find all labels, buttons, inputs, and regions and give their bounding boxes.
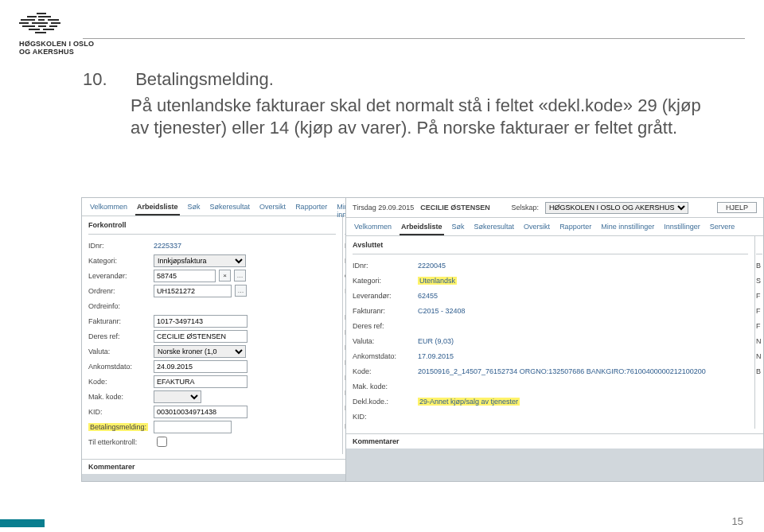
- value-idnr: 2225337: [154, 242, 181, 250]
- r-label-valuta: Valuta:: [353, 337, 415, 345]
- svg-rect-8: [51, 22, 60, 24]
- top-rule: [83, 38, 745, 39]
- input-betalingsmelding[interactable]: [154, 421, 232, 433]
- svg-rect-1: [27, 16, 37, 17]
- body-text-block: 10. Betalingsmelding. På utenlandske fak…: [83, 68, 716, 140]
- select-makkode[interactable]: [154, 390, 201, 403]
- r-label-fakturanr: Fakturanr:: [353, 307, 415, 315]
- label-fakturanr: Fakturanr:: [88, 317, 150, 325]
- tab-velkommen[interactable]: Velkommen: [88, 201, 129, 216]
- input-leverandor[interactable]: [154, 270, 216, 282]
- label-valuta: Valuta:: [88, 348, 150, 355]
- clip-label: F: [756, 307, 762, 315]
- input-kid[interactable]: [154, 406, 248, 418]
- brand-logo: HØGSKOLEN I OSLO OG AKERSHUS: [19, 13, 94, 56]
- label-kategori: Kategori:: [88, 257, 150, 265]
- r-value-kode: 20150916_2_14507_76152734 ORGNO:13250768…: [418, 367, 706, 375]
- select-valuta[interactable]: Norske kroner (1,0: [154, 345, 246, 358]
- label-makkode: Mak. kode:: [88, 393, 150, 401]
- svg-rect-10: [38, 25, 46, 27]
- r-label-kategori: Kategori:: [353, 277, 415, 285]
- clip-label: F: [756, 292, 762, 300]
- label-tiletter: Til etterkontroll:: [88, 438, 150, 446]
- lookup-icon[interactable]: …: [235, 285, 247, 297]
- r-value-leverandor: 62455: [418, 292, 438, 300]
- select-kategori[interactable]: Innkjøpsfaktura: [154, 254, 246, 267]
- page-number: 15: [732, 515, 743, 527]
- topbar-right: Tirsdag 29.09.2015 CECILIE ØSTENSEN Sels…: [346, 198, 763, 218]
- svg-rect-11: [49, 25, 57, 27]
- tab-velkommen[interactable]: Velkommen: [353, 221, 393, 235]
- svg-rect-14: [35, 32, 46, 33]
- svg-rect-0: [37, 13, 46, 14]
- input-ankomst[interactable]: [154, 360, 248, 373]
- comments-title-left: Kommentarer: [82, 460, 364, 474]
- section-avsluttet: Avsluttet: [353, 241, 748, 249]
- help-button[interactable]: HJELP: [717, 202, 757, 213]
- tab-mineinnst[interactable]: Mine innstillinger: [599, 221, 656, 235]
- clip-label: S: [756, 277, 762, 285]
- tabs-right: Velkommen Arbeidsliste Søk Søkeresultat …: [346, 218, 763, 236]
- tab-oversikt[interactable]: Oversikt: [522, 221, 552, 235]
- checkbox-tiletter[interactable]: [157, 437, 167, 447]
- list-number: 10.: [83, 68, 131, 91]
- input-kode[interactable]: [154, 375, 248, 388]
- label-betalingsmelding: Betalingsmelding:: [88, 423, 150, 431]
- list-paragraph: På utenlandske fakturaer skal det normal…: [131, 95, 701, 138]
- screenshot-area: Velkommen Arbeidsliste Søk Søkeresultat …: [81, 197, 764, 505]
- r-value-fakturanr: C2015 - 32408: [418, 307, 466, 315]
- topbar-user: CECILIE ØSTENSEN: [420, 204, 490, 212]
- r-label-deklkode: Dekl.kode.:: [353, 398, 415, 406]
- svg-rect-12: [29, 29, 40, 30]
- r-value-deklkode: 29-Annet kjøp/salg av tjenester: [418, 398, 520, 406]
- tab-oversikt[interactable]: Oversikt: [258, 201, 287, 216]
- label-kode: Kode:: [88, 378, 150, 386]
- grey-strip-right: [346, 449, 763, 482]
- lookup-icon[interactable]: …: [234, 270, 246, 282]
- svg-rect-9: [22, 25, 35, 27]
- tab-servere[interactable]: Servere: [708, 221, 737, 235]
- svg-rect-7: [32, 22, 48, 24]
- label-ankomst: Ankomstdato:: [88, 363, 150, 371]
- topbar-selskap-label: Selskap:: [511, 204, 539, 212]
- r-value-idnr: 2220045: [418, 262, 446, 270]
- tab-sok[interactable]: Søk: [186, 201, 202, 216]
- tab-sok[interactable]: Søk: [450, 221, 466, 235]
- r-label-makkode: Mak. kode:: [353, 382, 415, 390]
- input-ordrenr[interactable]: [154, 285, 232, 297]
- r-label-idnr: IDnr:: [353, 262, 415, 270]
- tab-arbeidsliste[interactable]: Arbeidsliste: [135, 201, 180, 216]
- label-idnr: IDnr:: [88, 242, 150, 250]
- accent-bar: [0, 519, 45, 527]
- r-label-kode: Kode:: [353, 367, 415, 375]
- section-forkontroll: Forkontroll: [88, 221, 336, 229]
- select-selskap[interactable]: HØGSKOLEN I OSLO OG AKERSHUS (P): [545, 202, 688, 214]
- r-value-valuta: EUR (9,03): [418, 337, 454, 345]
- logo-icon: [19, 13, 94, 35]
- comments-title-right: Kommentarer: [346, 434, 763, 449]
- tab-sokeresultat[interactable]: Søkeresultat: [209, 201, 252, 216]
- r-label-kid: KID:: [353, 413, 415, 421]
- svg-rect-5: [48, 19, 59, 21]
- r-value-ankomst: 17.09.2015: [418, 352, 454, 360]
- logo-text-line1: HØGSKOLEN I OSLO: [19, 40, 94, 48]
- tab-rapporter[interactable]: Rapporter: [558, 221, 593, 235]
- svg-rect-6: [19, 22, 29, 24]
- tab-sokeresultat[interactable]: Søkeresultat: [473, 221, 516, 235]
- tab-arbeidsliste[interactable]: Arbeidsliste: [400, 221, 444, 235]
- tab-rapporter[interactable]: Rapporter: [294, 201, 329, 216]
- tab-innstillinger[interactable]: Innstillinger: [662, 221, 702, 235]
- label-deresref: Deres ref:: [88, 332, 150, 340]
- clip-label: F: [756, 322, 762, 330]
- svg-rect-13: [43, 29, 54, 30]
- input-deresref[interactable]: [154, 330, 248, 343]
- clip-label: N: [756, 352, 762, 360]
- r-value-kategori: Utenlandsk: [418, 277, 457, 285]
- r-label-ankomst: Ankomstdato:: [353, 352, 415, 360]
- app-panel-right: Tirsdag 29.09.2015 CECILIE ØSTENSEN Sels…: [345, 197, 764, 482]
- label-kid: KID:: [88, 408, 150, 416]
- list-title: Betalingsmelding.: [135, 69, 274, 89]
- clear-icon[interactable]: ×: [219, 270, 231, 282]
- label-ordrenr: Ordrenr:: [88, 287, 150, 295]
- input-fakturanr[interactable]: [154, 315, 248, 328]
